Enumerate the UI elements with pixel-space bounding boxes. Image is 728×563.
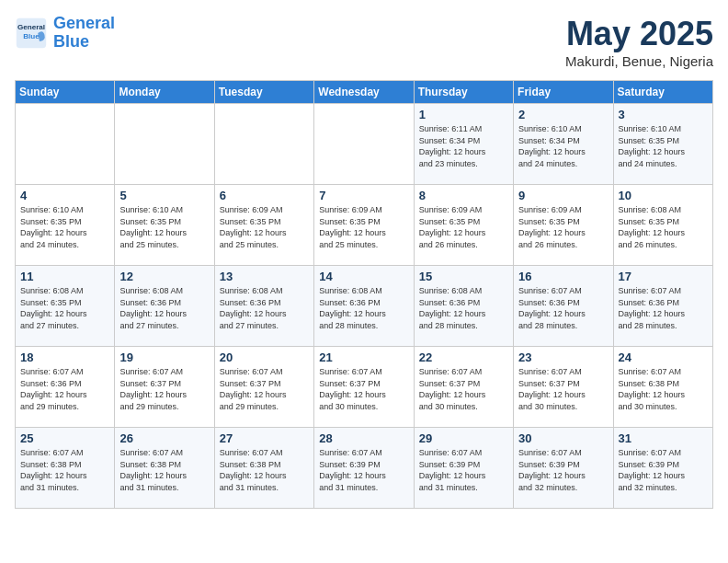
day-number: 26: [119, 431, 209, 445]
calendar-cell: 15Sunrise: 6:08 AM Sunset: 6:36 PM Dayli…: [414, 266, 513, 347]
location-subtitle: Makurdi, Benue, Nigeria: [565, 53, 713, 69]
calendar-header-row: SundayMondayTuesdayWednesdayThursdayFrid…: [16, 81, 713, 104]
weekday-header: Thursday: [414, 81, 513, 104]
weekday-header: Wednesday: [314, 81, 414, 104]
day-info: Sunrise: 6:07 AM Sunset: 6:38 PM Dayligh…: [619, 366, 708, 412]
day-info: Sunrise: 6:08 AM Sunset: 6:36 PM Dayligh…: [419, 285, 508, 331]
calendar-cell: 13Sunrise: 6:08 AM Sunset: 6:36 PM Dayli…: [214, 266, 313, 347]
weekday-header: Saturday: [613, 81, 712, 104]
logo: General Blue General Blue: [15, 15, 115, 52]
day-info: Sunrise: 6:07 AM Sunset: 6:37 PM Dayligh…: [419, 366, 508, 412]
day-number: 5: [119, 189, 209, 202]
day-info: Sunrise: 6:08 AM Sunset: 6:36 PM Dayligh…: [319, 285, 408, 331]
day-info: Sunrise: 6:10 AM Sunset: 6:35 PM Dayligh…: [619, 123, 708, 169]
svg-text:Blue: Blue: [23, 32, 40, 40]
calendar-cell: 4Sunrise: 6:10 AM Sunset: 6:35 PM Daylig…: [16, 185, 115, 266]
calendar-cell: [16, 104, 115, 185]
day-info: Sunrise: 6:10 AM Sunset: 6:35 PM Dayligh…: [119, 204, 209, 250]
day-info: Sunrise: 6:09 AM Sunset: 6:35 PM Dayligh…: [419, 204, 508, 250]
weekday-header: Tuesday: [214, 81, 313, 104]
day-info: Sunrise: 6:07 AM Sunset: 6:39 PM Dayligh…: [419, 447, 508, 493]
logo-line2: Blue: [53, 32, 89, 51]
day-info: Sunrise: 6:09 AM Sunset: 6:35 PM Dayligh…: [518, 204, 608, 250]
day-number: 17: [619, 270, 708, 283]
calendar-cell: 6Sunrise: 6:09 AM Sunset: 6:35 PM Daylig…: [214, 185, 313, 266]
weekday-header: Sunday: [16, 81, 115, 104]
calendar-cell: 22Sunrise: 6:07 AM Sunset: 6:37 PM Dayli…: [414, 347, 513, 428]
logo-text: General Blue: [53, 15, 115, 52]
day-number: 16: [518, 270, 608, 283]
calendar-cell: [214, 104, 313, 185]
day-info: Sunrise: 6:10 AM Sunset: 6:35 PM Dayligh…: [20, 204, 109, 250]
day-number: 25: [20, 431, 109, 445]
day-info: Sunrise: 6:07 AM Sunset: 6:37 PM Dayligh…: [220, 366, 309, 412]
calendar-cell: 24Sunrise: 6:07 AM Sunset: 6:38 PM Dayli…: [613, 347, 712, 428]
day-info: Sunrise: 6:07 AM Sunset: 6:37 PM Dayligh…: [319, 366, 408, 412]
day-info: Sunrise: 6:07 AM Sunset: 6:39 PM Dayligh…: [619, 447, 708, 493]
day-info: Sunrise: 6:07 AM Sunset: 6:36 PM Dayligh…: [518, 285, 608, 331]
day-number: 9: [518, 189, 608, 202]
day-number: 30: [518, 431, 608, 445]
calendar-cell: 8Sunrise: 6:09 AM Sunset: 6:35 PM Daylig…: [414, 185, 513, 266]
day-info: Sunrise: 6:07 AM Sunset: 6:39 PM Dayligh…: [518, 447, 608, 493]
weekday-header: Monday: [115, 81, 214, 104]
month-title: May 2025: [565, 15, 713, 53]
day-number: 31: [619, 431, 708, 445]
day-info: Sunrise: 6:08 AM Sunset: 6:35 PM Dayligh…: [20, 285, 109, 331]
day-number: 23: [518, 350, 608, 364]
day-number: 20: [220, 350, 309, 364]
calendar-cell: 26Sunrise: 6:07 AM Sunset: 6:38 PM Dayli…: [115, 428, 214, 509]
day-info: Sunrise: 6:09 AM Sunset: 6:35 PM Dayligh…: [220, 204, 309, 250]
day-number: 22: [419, 350, 508, 364]
day-number: 12: [119, 270, 209, 283]
calendar-cell: 21Sunrise: 6:07 AM Sunset: 6:37 PM Dayli…: [314, 347, 414, 428]
calendar-cell: 10Sunrise: 6:08 AM Sunset: 6:35 PM Dayli…: [613, 185, 712, 266]
day-info: Sunrise: 6:07 AM Sunset: 6:36 PM Dayligh…: [20, 366, 109, 412]
day-info: Sunrise: 6:10 AM Sunset: 6:34 PM Dayligh…: [518, 123, 608, 169]
calendar-week-row: 11Sunrise: 6:08 AM Sunset: 6:35 PM Dayli…: [16, 266, 713, 347]
day-number: 2: [518, 108, 608, 121]
calendar-cell: 11Sunrise: 6:08 AM Sunset: 6:35 PM Dayli…: [16, 266, 115, 347]
day-number: 29: [419, 431, 508, 445]
page-header: General Blue General Blue May 2025 Makur…: [15, 15, 713, 69]
day-number: 10: [619, 189, 708, 202]
calendar-cell: 20Sunrise: 6:07 AM Sunset: 6:37 PM Dayli…: [214, 347, 313, 428]
day-number: 15: [419, 270, 508, 283]
day-info: Sunrise: 6:07 AM Sunset: 6:38 PM Dayligh…: [220, 447, 309, 493]
calendar-cell: 30Sunrise: 6:07 AM Sunset: 6:39 PM Dayli…: [514, 428, 613, 509]
day-number: 8: [419, 189, 508, 202]
calendar-cell: 7Sunrise: 6:09 AM Sunset: 6:35 PM Daylig…: [314, 185, 414, 266]
calendar-cell: 18Sunrise: 6:07 AM Sunset: 6:36 PM Dayli…: [16, 347, 115, 428]
day-number: 1: [419, 108, 508, 121]
logo-icon: General Blue: [15, 17, 48, 50]
day-info: Sunrise: 6:07 AM Sunset: 6:36 PM Dayligh…: [619, 285, 708, 331]
day-number: 6: [220, 189, 309, 202]
day-info: Sunrise: 6:07 AM Sunset: 6:39 PM Dayligh…: [319, 447, 408, 493]
day-number: 14: [319, 270, 408, 283]
calendar-cell: [314, 104, 414, 185]
day-number: 4: [20, 189, 109, 202]
calendar-cell: 3Sunrise: 6:10 AM Sunset: 6:35 PM Daylig…: [613, 104, 712, 185]
calendar-table: SundayMondayTuesdayWednesdayThursdayFrid…: [15, 80, 713, 509]
calendar-cell: 25Sunrise: 6:07 AM Sunset: 6:38 PM Dayli…: [16, 428, 115, 509]
day-number: 27: [220, 431, 309, 445]
calendar-cell: 23Sunrise: 6:07 AM Sunset: 6:37 PM Dayli…: [514, 347, 613, 428]
day-number: 21: [319, 350, 408, 364]
calendar-cell: 2Sunrise: 6:10 AM Sunset: 6:34 PM Daylig…: [514, 104, 613, 185]
calendar-cell: 5Sunrise: 6:10 AM Sunset: 6:35 PM Daylig…: [115, 185, 214, 266]
calendar-cell: 29Sunrise: 6:07 AM Sunset: 6:39 PM Dayli…: [414, 428, 513, 509]
calendar-cell: 28Sunrise: 6:07 AM Sunset: 6:39 PM Dayli…: [314, 428, 414, 509]
calendar-cell: 1Sunrise: 6:11 AM Sunset: 6:34 PM Daylig…: [414, 104, 513, 185]
day-info: Sunrise: 6:07 AM Sunset: 6:37 PM Dayligh…: [518, 366, 608, 412]
svg-text:General: General: [17, 23, 45, 31]
day-number: 7: [319, 189, 408, 202]
day-info: Sunrise: 6:08 AM Sunset: 6:35 PM Dayligh…: [619, 204, 708, 250]
logo-line1: General: [53, 14, 115, 32]
calendar-cell: 16Sunrise: 6:07 AM Sunset: 6:36 PM Dayli…: [514, 266, 613, 347]
calendar-cell: 17Sunrise: 6:07 AM Sunset: 6:36 PM Dayli…: [613, 266, 712, 347]
calendar-week-row: 25Sunrise: 6:07 AM Sunset: 6:38 PM Dayli…: [16, 428, 713, 509]
day-info: Sunrise: 6:07 AM Sunset: 6:37 PM Dayligh…: [119, 366, 209, 412]
day-number: 11: [20, 270, 109, 283]
calendar-week-row: 4Sunrise: 6:10 AM Sunset: 6:35 PM Daylig…: [16, 185, 713, 266]
day-number: 24: [619, 350, 708, 364]
